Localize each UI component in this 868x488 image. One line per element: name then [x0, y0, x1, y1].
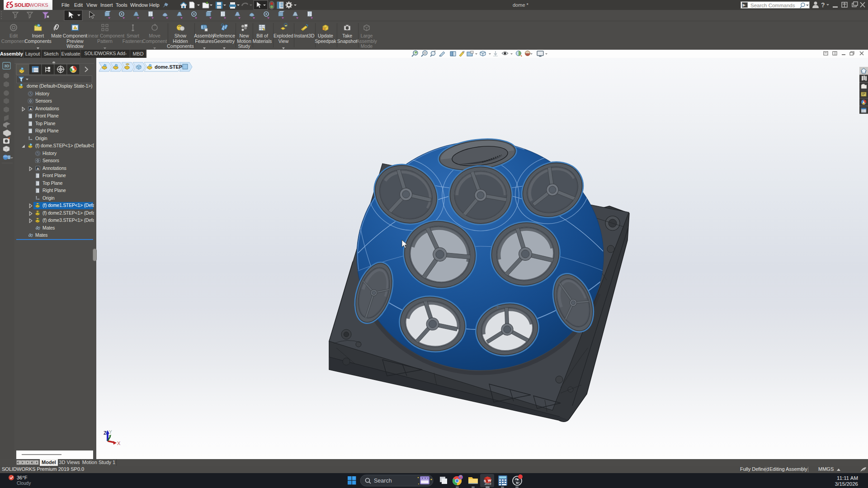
- svg-text:dome.STEP: dome.STEP: [155, 64, 182, 70]
- svg-text:11:11 AM: 11:11 AM: [837, 475, 858, 481]
- svg-text:3/15/2026: 3/15/2026: [835, 481, 858, 487]
- svg-text:?: ?: [821, 1, 825, 9]
- svg-text:A: A: [29, 107, 32, 111]
- svg-text:Z: Z: [104, 430, 107, 436]
- svg-text:2019: 2019: [485, 482, 491, 485]
- svg-text:Search: Search: [374, 478, 392, 484]
- svg-text:Cloudy: Cloudy: [17, 481, 31, 486]
- svg-text:36°F: 36°F: [17, 475, 28, 480]
- svg-text:3D: 3D: [4, 64, 9, 68]
- svg-text:Y: Y: [109, 430, 112, 435]
- svg-text:A: A: [37, 166, 39, 170]
- svg-text:X: X: [117, 441, 121, 446]
